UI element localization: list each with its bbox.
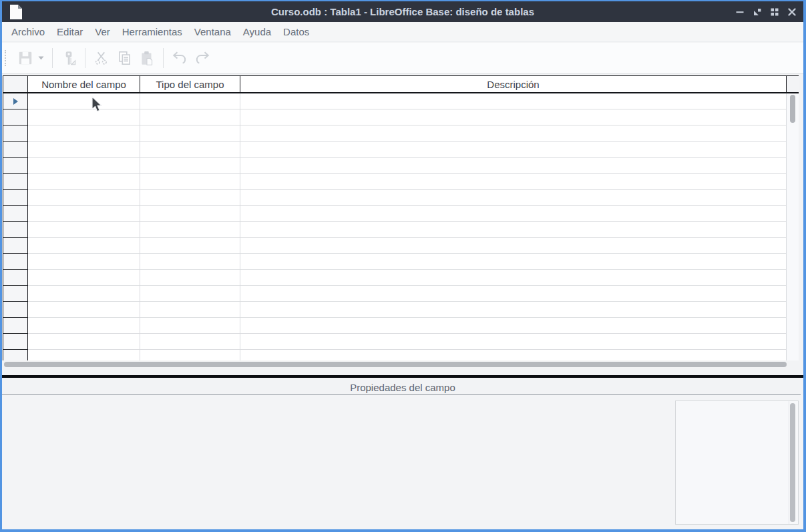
grid-cell-nombre[interactable] (28, 350, 140, 360)
table-row[interactable] (3, 238, 787, 254)
minimize-icon[interactable] (734, 6, 745, 17)
grid-cell-tipo[interactable] (140, 270, 240, 286)
table-row[interactable] (3, 350, 787, 360)
grid-cell-tipo[interactable] (140, 174, 240, 190)
table-row[interactable] (3, 174, 787, 190)
grid-cell-descripcion[interactable] (240, 125, 787, 142)
table-row[interactable] (3, 93, 787, 109)
table-row[interactable] (3, 270, 787, 286)
grid-cell-descripcion[interactable] (240, 238, 787, 254)
grid-cell-tipo[interactable] (140, 190, 240, 206)
redo-icon[interactable] (191, 47, 214, 69)
table-row[interactable] (3, 286, 787, 302)
row-header-cell[interactable] (3, 109, 28, 125)
grid-cell-tipo[interactable] (140, 302, 240, 318)
row-header-cell[interactable] (3, 142, 28, 158)
horizontal-scrollbar-thumb[interactable] (4, 362, 787, 367)
grid-cell-nombre[interactable] (28, 238, 140, 254)
grid-cell-nombre[interactable] (28, 222, 140, 238)
row-header-cell[interactable] (3, 158, 28, 174)
grid-cell-tipo[interactable] (140, 93, 240, 109)
column-header-nombre[interactable]: Nombre del campo (28, 76, 140, 92)
grid-cell-descripcion[interactable] (240, 174, 787, 190)
row-header-cell[interactable] (3, 206, 28, 222)
grid-cell-nombre[interactable] (28, 318, 140, 334)
menu-editar[interactable]: Editar (51, 22, 89, 42)
table-row[interactable] (3, 222, 787, 238)
grid-cell-descripcion[interactable] (240, 222, 787, 238)
table-row[interactable] (3, 334, 787, 350)
grid-cell-nombre[interactable] (28, 270, 140, 286)
grid-cell-nombre[interactable] (28, 109, 140, 125)
paste-icon[interactable] (136, 47, 158, 69)
grid-cell-tipo[interactable] (140, 334, 240, 350)
grid-cell-tipo[interactable] (140, 125, 240, 142)
grid-cell-nombre[interactable] (28, 334, 140, 350)
table-row[interactable] (3, 190, 787, 206)
close-icon[interactable] (786, 6, 797, 17)
grid-cell-tipo[interactable] (140, 350, 240, 360)
maximize-grid-icon[interactable] (769, 6, 780, 17)
save-dropdown-icon[interactable] (37, 47, 45, 69)
vertical-scrollbar[interactable] (787, 93, 799, 360)
table-row[interactable] (3, 142, 787, 158)
grid-cell-descripcion[interactable] (240, 142, 787, 158)
grid-cell-nombre[interactable] (28, 286, 140, 302)
grid-cell-tipo[interactable] (140, 109, 240, 125)
row-header-cell[interactable] (3, 222, 28, 238)
row-header-cell[interactable] (3, 334, 28, 350)
grid-cell-descripcion[interactable] (240, 286, 787, 302)
grid-cell-descripcion[interactable] (240, 334, 787, 350)
grid-cell-nombre[interactable] (28, 302, 140, 318)
grid-cell-descripcion[interactable] (240, 190, 787, 206)
vertical-scrollbar-thumb[interactable] (790, 95, 795, 123)
row-header-cell[interactable] (3, 270, 28, 286)
grid-cell-descripcion[interactable] (240, 93, 787, 109)
index-design-key-icon[interactable] (57, 47, 80, 69)
grid-cell-descripcion[interactable] (240, 270, 787, 286)
help-box-scrollbar-thumb[interactable] (790, 403, 795, 522)
grid-cell-nombre[interactable] (28, 190, 140, 206)
row-header-cell[interactable] (3, 254, 28, 270)
menu-datos[interactable]: Datos (277, 22, 315, 42)
grid-cell-tipo[interactable] (140, 238, 240, 254)
menu-archivo[interactable]: Archivo (5, 22, 51, 42)
grid-cell-nombre[interactable] (28, 125, 140, 142)
grid-cell-tipo[interactable] (140, 222, 240, 238)
row-header-cell[interactable] (3, 286, 28, 302)
table-row[interactable] (3, 158, 787, 174)
table-row[interactable] (3, 125, 787, 142)
row-header-cell[interactable] (3, 302, 28, 318)
row-header-cell[interactable] (3, 318, 28, 334)
grid-cell-nombre[interactable] (28, 254, 140, 270)
table-row[interactable] (3, 302, 787, 318)
column-header-tipo[interactable]: Tipo del campo (140, 76, 240, 92)
row-header-cell[interactable] (3, 350, 28, 360)
grid-cell-tipo[interactable] (140, 142, 240, 158)
grid-cell-descripcion[interactable] (240, 206, 787, 222)
row-header-cell[interactable] (3, 190, 28, 206)
restore-down-icon[interactable] (751, 6, 763, 17)
grid-cell-tipo[interactable] (140, 158, 240, 174)
row-header-cell[interactable] (3, 238, 28, 254)
table-row[interactable] (3, 254, 787, 270)
undo-icon[interactable] (168, 47, 191, 69)
grid-cell-tipo[interactable] (140, 318, 240, 334)
grid-cell-nombre[interactable] (28, 158, 140, 174)
column-header-descripcion[interactable]: Descripción (240, 76, 787, 92)
grid-cell-nombre[interactable] (28, 206, 140, 222)
menu-ayuda[interactable]: Ayuda (237, 22, 277, 42)
grid-cell-nombre[interactable] (28, 142, 140, 158)
titlebar[interactable]: Curso.odb : Tabla1 - LibreOffice Base: d… (2, 1, 803, 22)
copy-icon[interactable] (113, 47, 136, 69)
grid-cell-descripcion[interactable] (240, 302, 787, 318)
row-header-cell[interactable] (3, 93, 28, 109)
grid-cell-descripcion[interactable] (240, 318, 787, 334)
menu-ver[interactable]: Ver (89, 22, 116, 42)
grid-cell-descripcion[interactable] (240, 254, 787, 270)
grid-cell-descripcion[interactable] (240, 350, 787, 360)
cut-icon[interactable] (90, 47, 113, 69)
save-icon[interactable] (14, 47, 37, 69)
menu-ventana[interactable]: Ventana (188, 22, 237, 42)
menu-herramientas[interactable]: Herramientas (116, 22, 188, 42)
